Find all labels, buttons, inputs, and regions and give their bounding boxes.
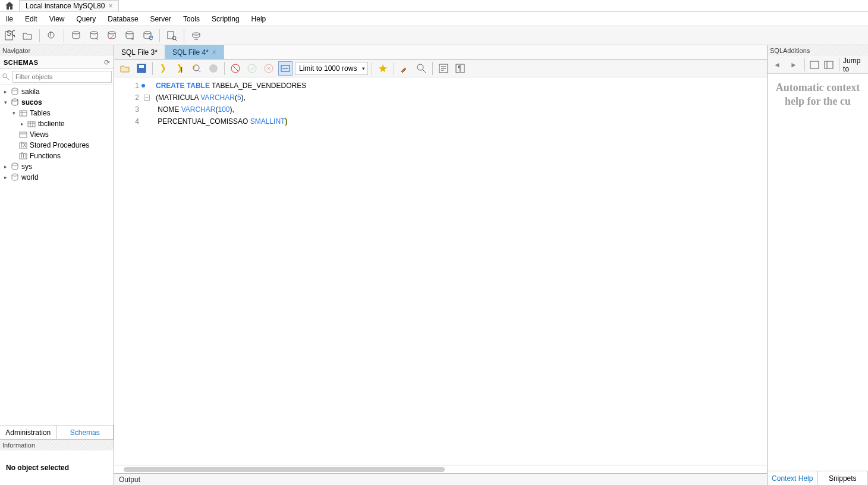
execute-current-icon[interactable]: I [173,61,187,76]
information-title: Information [0,440,114,450]
navigator-tabs: Administration Schemas [0,425,114,439]
menu-server[interactable]: Server [144,12,177,26]
schema-sakila[interactable]: ▸sakila [0,86,114,97]
svg-point-15 [12,88,18,90]
output-bar: Output [114,473,767,485]
nav-back-icon[interactable]: ◄ [770,61,784,69]
right-toolbar: ◄ ► Jump to [768,56,868,74]
sql-editor[interactable]: 1 2− 3 4 CREATE TABLE TABELA_DE_VENDEDOR… [114,77,767,465]
schema-sys[interactable]: ▸sys [0,161,114,172]
svg-text:I: I [181,66,183,74]
home-icon[interactable] [5,1,14,11]
sql-additions-panel: SQLAdditions ◄ ► Jump to Automatic conte… [767,45,868,485]
brush-icon[interactable] [398,61,412,76]
right-tool-2-icon[interactable] [823,58,836,72]
db-icon-4[interactable] [122,29,137,43]
db-icon-1[interactable] [69,29,83,43]
folder-tables[interactable]: ▾Tables [0,108,114,118]
svg-text:i: i [50,30,52,38]
svg-point-8 [131,37,134,40]
open-sql-icon[interactable] [20,29,34,43]
search-icon [2,73,10,81]
right-tabs: Context Help Snippets [768,471,868,485]
beautify-icon[interactable] [376,61,390,76]
tab-schemas[interactable]: Schemas [57,425,114,439]
new-sql-icon[interactable]: SQL [2,29,17,43]
save-file-icon[interactable] [134,61,149,76]
schemas-bar: SCHEMAS ⟳ [0,56,114,69]
autocommit-icon[interactable] [278,61,293,76]
menu-query[interactable]: Query [71,12,102,26]
svg-point-14 [3,74,7,78]
instance-tabbar: Local instance MySQL80 × [0,0,868,12]
inspector-icon[interactable]: i [45,29,59,43]
menu-view[interactable]: View [43,12,71,26]
folder-views[interactable]: Views [0,129,114,140]
db-icon-5[interactable]: ⟳ [140,29,155,43]
svg-point-30 [209,64,218,73]
tab-administration[interactable]: Administration [0,425,57,439]
sql-tab-2[interactable]: SQL File 4*× [165,45,224,59]
refresh-schemas-icon[interactable]: ⟳ [104,58,110,67]
svg-point-24 [12,163,18,165]
dashboard-icon[interactable] [189,29,203,43]
svg-rect-18 [28,121,35,127]
nav-forward-icon[interactable]: ► [787,61,801,69]
no-limit-icon[interactable] [228,61,243,76]
schema-tree: ▸sakila ▾sucos ▾Tables ▸tbcliente Views … [0,85,114,425]
db-icon-3[interactable] [105,29,119,43]
schema-sucos[interactable]: ▾sucos [0,97,114,108]
tab-context-help[interactable]: Context Help [768,471,818,485]
svg-point-4 [73,32,80,34]
schema-world[interactable]: ▸world [0,172,114,183]
context-help-placeholder: Automatic context help for the cu [771,81,864,108]
svg-point-13 [193,33,200,35]
menu-help[interactable]: Help [246,12,272,26]
svg-text:fn: fn [21,152,27,159]
sql-tab-1[interactable]: SQL File 3* [114,45,165,59]
filter-input[interactable] [12,71,112,83]
jump-to-label[interactable]: Jump to [843,57,866,73]
stop-icon[interactable] [206,61,221,76]
db-icon-2[interactable] [87,29,101,43]
svg-rect-17 [20,111,27,116]
main-toolbar: SQL i ⟳ [0,26,868,45]
sql-tabs: SQL File 3* SQL File 4*× [114,45,767,60]
execute-icon[interactable] [156,61,171,76]
svg-text:fx: fx [21,141,26,149]
menu-edit[interactable]: Edit [19,12,43,26]
svg-rect-19 [20,132,27,137]
filter-row [0,69,114,85]
information-panel: Information No object selected [0,439,114,485]
close-tab-icon[interactable]: × [212,48,216,57]
svg-point-7 [126,32,133,34]
explain-icon[interactable] [190,61,204,76]
svg-point-25 [12,174,18,176]
table-tbcliente[interactable]: ▸tbcliente [0,118,114,129]
wrap-icon[interactable] [436,61,451,76]
find-icon[interactable] [414,61,429,76]
limit-select[interactable]: Limit to 1000 rows [295,62,368,75]
editor-scrollbar[interactable] [114,465,767,473]
folder-functions[interactable]: fnFunctions [0,151,114,161]
tab-snippets[interactable]: Snippets [818,471,869,485]
menu-tools[interactable]: Tools [177,12,206,26]
invisible-icon[interactable]: ¶ [453,61,467,76]
svg-rect-27 [139,65,144,68]
folder-stored-procedures[interactable]: fxStored Procedures [0,140,114,151]
schemas-label: SCHEMAS [4,59,39,66]
svg-point-16 [12,99,18,101]
instance-tab[interactable]: Local instance MySQL80 × [19,0,119,11]
code-area[interactable]: CREATE TABLE TABELA_DE_VENDEDORES (MATRI… [143,77,306,465]
rollback-icon[interactable] [262,61,276,76]
commit-icon[interactable] [245,61,259,76]
close-instance-icon[interactable]: × [108,2,112,10]
menu-database[interactable]: Database [102,12,144,26]
search-db-icon[interactable] [165,29,179,43]
right-tool-1-icon[interactable] [809,58,820,72]
menu-file[interactable]: ile [0,12,19,26]
menu-scripting[interactable]: Scripting [206,12,246,26]
svg-point-6 [108,32,115,34]
editor-area: SQL File 3* SQL File 4*× I Limit to 1000… [114,45,767,485]
open-file-icon[interactable] [118,61,132,76]
